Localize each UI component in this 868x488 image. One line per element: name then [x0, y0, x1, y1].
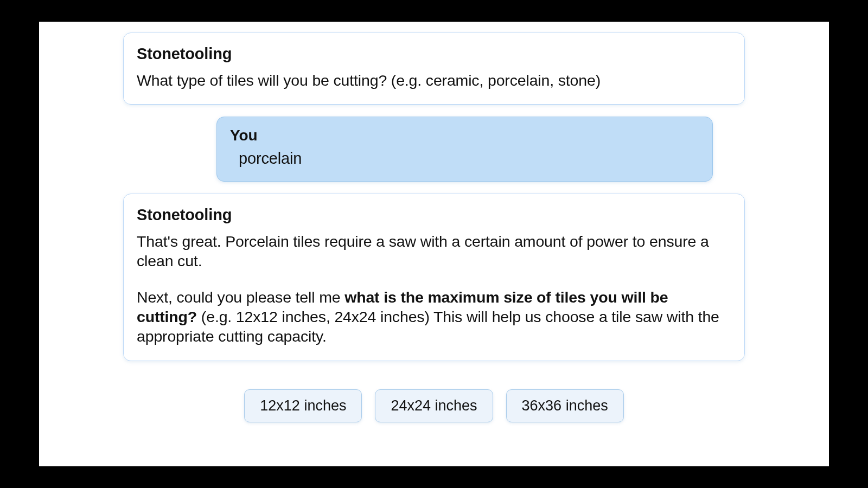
sender-label: Stonetooling — [137, 206, 731, 224]
message-body: That's great. Porcelain tiles require a … — [137, 232, 731, 346]
message-text: What type of tiles will you be cutting? … — [137, 70, 731, 90]
message-text: porcelain — [239, 149, 699, 169]
bot-message: Stonetooling What type of tiles will you… — [123, 33, 745, 105]
quick-reply-36x36[interactable]: 36x36 inches — [506, 389, 624, 422]
quick-reply-24x24[interactable]: 24x24 inches — [375, 389, 493, 422]
message-body: porcelain — [230, 149, 699, 169]
quick-reply-row: 12x12 inches 24x24 inches 36x36 inches — [123, 389, 745, 422]
sender-label: Stonetooling — [137, 45, 731, 63]
message-text: That's great. Porcelain tiles require a … — [137, 232, 731, 271]
chat-column: Stonetooling What type of tiles will you… — [123, 33, 745, 422]
chat-stage: Stonetooling What type of tiles will you… — [39, 22, 829, 466]
sender-label: You — [230, 127, 699, 144]
quick-reply-12x12[interactable]: 12x12 inches — [244, 389, 362, 422]
message-text: Next, could you please tell me what is t… — [137, 287, 731, 346]
user-message: You porcelain — [216, 117, 713, 181]
message-body: What type of tiles will you be cutting? … — [137, 70, 731, 90]
bot-message: Stonetooling That's great. Porcelain til… — [123, 194, 745, 361]
